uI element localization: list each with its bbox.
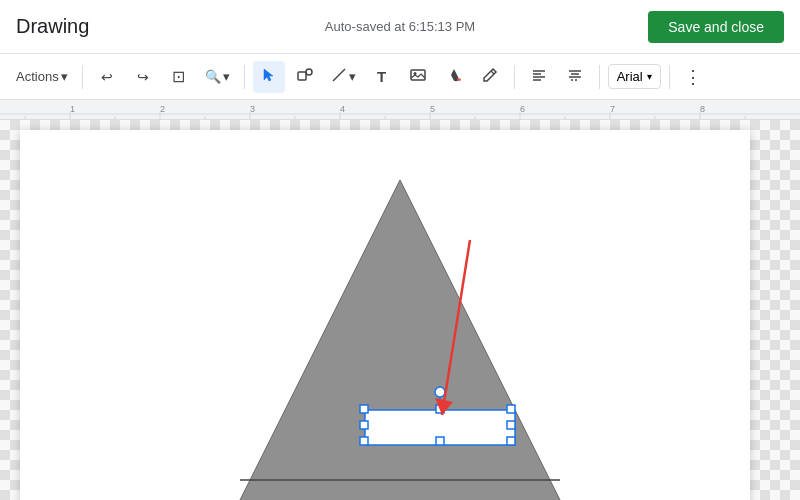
shapes-button[interactable]	[289, 61, 321, 93]
svg-rect-47	[360, 437, 368, 445]
redo-icon: ↪	[137, 69, 149, 85]
ruler: // Inline ruler rendering via SVG elemen…	[0, 100, 800, 120]
text-button[interactable]: T	[366, 61, 398, 93]
toolbar: Actions ▾ ↩ ↪ ⊡ 🔍 ▾	[0, 54, 800, 100]
autosave-status: Auto-saved at 6:15:13 PM	[325, 19, 475, 34]
svg-rect-14	[0, 100, 800, 119]
image-icon	[410, 67, 426, 86]
ruler-svg: // Inline ruler rendering via SVG elemen…	[0, 100, 800, 119]
more-options-button[interactable]: ⋮	[678, 61, 710, 93]
svg-rect-46	[507, 405, 515, 413]
image-button[interactable]	[402, 61, 434, 93]
app-title: Drawing	[16, 15, 89, 38]
font-selector[interactable]: Arial ▾	[608, 64, 661, 89]
svg-text:1: 1	[70, 104, 75, 114]
drawing-svg	[0, 120, 800, 500]
canvas-area[interactable]	[0, 120, 800, 500]
cursor-icon	[261, 67, 277, 86]
zoom-chevron-icon: ▾	[223, 69, 230, 84]
zoom-icon: 🔍	[205, 69, 221, 84]
actions-dropdown[interactable]: Actions ▾	[10, 65, 74, 88]
separator-4	[599, 65, 600, 89]
actions-label: Actions	[16, 69, 59, 84]
select-tool-button[interactable]	[253, 61, 285, 93]
align-left-button[interactable]	[523, 61, 555, 93]
font-chevron-icon: ▾	[647, 71, 652, 82]
align-left-icon	[531, 67, 547, 86]
svg-text:4: 4	[340, 104, 345, 114]
svg-text:7: 7	[610, 104, 615, 114]
snap-icon: ⊡	[172, 67, 185, 86]
svg-line-5	[491, 71, 494, 74]
svg-point-53	[435, 387, 445, 397]
svg-text:2: 2	[160, 104, 165, 114]
redo-button[interactable]: ↪	[127, 61, 159, 93]
svg-text:8: 8	[700, 104, 705, 114]
text-icon: T	[377, 68, 386, 85]
fill-icon	[446, 67, 462, 86]
fill-color-button[interactable]	[438, 61, 470, 93]
separator-1	[82, 65, 83, 89]
svg-text:6: 6	[520, 104, 525, 114]
svg-rect-45	[360, 405, 368, 413]
zoom-dropdown[interactable]: 🔍 ▾	[199, 65, 236, 88]
pen-icon	[482, 67, 498, 86]
pen-button[interactable]	[474, 61, 506, 93]
separator-2	[244, 65, 245, 89]
svg-rect-52	[507, 421, 515, 429]
separator-3	[514, 65, 515, 89]
svg-rect-50	[436, 437, 444, 445]
svg-point-1	[306, 69, 312, 75]
header: Drawing Auto-saved at 6:15:13 PM Save an…	[0, 0, 800, 54]
snap-button[interactable]: ⊡	[163, 61, 195, 93]
actions-chevron-icon: ▾	[61, 69, 68, 84]
line-icon	[331, 67, 347, 86]
separator-5	[669, 65, 670, 89]
save-close-button[interactable]: Save and close	[648, 11, 784, 43]
svg-rect-48	[507, 437, 515, 445]
align-center-icon	[567, 67, 583, 86]
more-icon: ⋮	[684, 66, 703, 88]
svg-rect-3	[411, 70, 425, 80]
shapes-icon	[297, 67, 313, 86]
align-center-button[interactable]	[559, 61, 591, 93]
line-dropdown[interactable]: ▾	[325, 63, 362, 90]
font-label: Arial	[617, 69, 643, 84]
svg-text:5: 5	[430, 104, 435, 114]
svg-rect-0	[298, 72, 306, 80]
undo-icon: ↩	[101, 69, 113, 85]
line-chevron-icon: ▾	[349, 69, 356, 84]
undo-button[interactable]: ↩	[91, 61, 123, 93]
svg-rect-51	[360, 421, 368, 429]
svg-text:3: 3	[250, 104, 255, 114]
svg-line-2	[333, 69, 345, 81]
